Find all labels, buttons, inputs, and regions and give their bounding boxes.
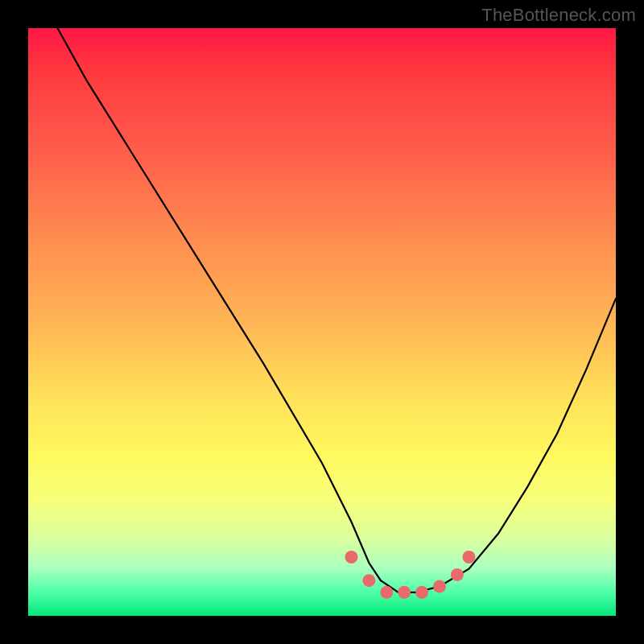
trough-dot	[380, 586, 393, 599]
chart-frame: TheBottleneck.com	[0, 0, 644, 644]
trough-dot	[451, 568, 464, 581]
watermark-text: TheBottleneck.com	[481, 5, 636, 26]
plot-area	[28, 28, 616, 616]
chart-svg	[28, 28, 616, 616]
trough-dot	[345, 551, 358, 564]
bottleneck-curve	[58, 28, 617, 592]
trough-dots	[345, 551, 476, 599]
trough-dot	[398, 586, 411, 599]
trough-dot	[433, 580, 446, 593]
trough-dot	[415, 586, 428, 599]
trough-dot	[362, 574, 375, 587]
trough-dot	[463, 551, 476, 564]
